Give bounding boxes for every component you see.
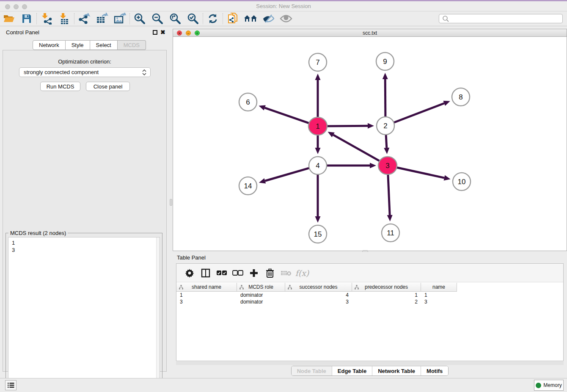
column-label: MCDS role (248, 284, 273, 290)
toolbar-separator (223, 13, 223, 24)
graph-edge-arrowhead (443, 101, 450, 106)
graph-node-label-8: 8 (459, 93, 462, 101)
select-all-button[interactable] (214, 266, 230, 280)
graph-node-label-6: 6 (246, 98, 250, 106)
memory-button[interactable]: Memory (534, 380, 564, 391)
cell-shared-name[interactable]: 1 (176, 292, 237, 298)
network-window-titlebar[interactable]: ✕ − + scc.txt (173, 29, 567, 37)
cell-name[interactable]: 1 (421, 292, 457, 298)
close-panel-button[interactable]: Close panel (86, 82, 130, 91)
graph-edge-1-6[interactable] (265, 108, 310, 124)
column-header-predecessor-nodes[interactable]: predecessor nodes (352, 283, 421, 292)
column-header-shared-name[interactable]: shared name (176, 283, 237, 292)
cell-mcds-role[interactable]: dominator (237, 298, 285, 305)
optimization-criterion-label: Optimization criterion: (3, 58, 166, 65)
import-network-button[interactable] (38, 12, 55, 25)
zoom-in-icon (134, 13, 146, 25)
export-table-button[interactable] (93, 12, 111, 25)
control-panel-header: Control Panel ✖ (0, 26, 169, 38)
application-window: Session: New Session (0, 0, 567, 392)
import-network-icon (41, 13, 52, 25)
tab-motifs[interactable]: Motifs (421, 366, 448, 375)
save-session-button[interactable] (18, 12, 36, 25)
cell-successor-nodes[interactable]: 3 (285, 298, 352, 305)
column-header-mcds-role[interactable]: MCDS role (237, 283, 285, 292)
export-network-button[interactable] (75, 12, 93, 25)
clone-network-button[interactable] (224, 12, 242, 25)
export-image-button[interactable] (111, 12, 129, 25)
delete-table-button[interactable] (278, 266, 294, 280)
graph-edge-2-9[interactable] (385, 79, 385, 118)
function-builder-button[interactable]: f(x) (294, 266, 310, 280)
table-row[interactable]: 1 dominator 4 1 1 (176, 292, 563, 298)
cell-successor-nodes[interactable]: 4 (285, 292, 352, 298)
mcds-result-group: MCDS result (2 nodes) 1 3 (6, 233, 162, 392)
open-session-button[interactable] (0, 12, 18, 25)
close-panel-icon[interactable]: ✖ (160, 30, 165, 35)
graph-edge-1-2[interactable] (326, 126, 368, 126)
network-graph[interactable]: 1234678910111415 (173, 37, 567, 251)
graph-edge-4-14[interactable] (265, 168, 310, 181)
search-input[interactable] (450, 15, 562, 22)
column-header-name[interactable]: name (421, 283, 457, 292)
graph-edge-2-8[interactable] (393, 103, 444, 123)
splitter-grip[interactable] (170, 199, 172, 206)
dropdown-stepper-icon (141, 69, 148, 76)
graph-node-label-7: 7 (316, 58, 319, 66)
cell-predecessor-nodes[interactable]: 1 (352, 292, 421, 298)
export-table-icon (96, 13, 108, 25)
show-panels-button[interactable] (277, 12, 295, 25)
plus-icon (250, 269, 258, 277)
cell-name[interactable]: 3 (421, 298, 457, 305)
search-box[interactable] (439, 14, 563, 23)
result-scrollbar[interactable] (156, 237, 160, 390)
home-layout-button[interactable] (242, 12, 259, 25)
result-item: 1 (12, 239, 156, 246)
graph-edge-2-3[interactable] (386, 134, 387, 148)
graph-edge-3-1[interactable] (333, 135, 381, 162)
control-panel: Control Panel ✖ Network Style Select MCD… (0, 26, 169, 378)
task-history-button[interactable] (5, 380, 17, 390)
refresh-view-button[interactable] (204, 12, 222, 25)
vertical-splitter[interactable] (169, 26, 173, 378)
hide-panels-button[interactable] (259, 12, 277, 25)
trash-icon (266, 268, 274, 278)
tab-select[interactable]: Select (90, 40, 118, 50)
zoom-out-button[interactable] (149, 12, 166, 25)
zoom-selected-button[interactable] (184, 12, 202, 25)
run-mcds-button[interactable]: Run MCDS (40, 82, 80, 91)
tab-node-table[interactable]: Node Table (292, 366, 332, 375)
tree-icon (239, 285, 244, 290)
zoom-in-button[interactable] (131, 12, 149, 25)
refresh-icon (207, 13, 219, 25)
tab-mcds[interactable]: MCDS (118, 40, 146, 50)
table-settings-button[interactable] (182, 266, 198, 280)
mcds-result-list: 1 3 (8, 237, 160, 255)
tab-style[interactable]: Style (66, 40, 90, 50)
cell-predecessor-nodes[interactable]: 2 (352, 298, 421, 305)
graph-edge-arrowhead (315, 216, 321, 223)
add-column-button[interactable] (246, 266, 262, 280)
criterion-dropdown[interactable]: strongly connected component (19, 67, 151, 77)
deselect-all-button[interactable] (230, 266, 246, 280)
tab-network[interactable]: Network (33, 40, 66, 50)
tab-network-table[interactable]: Network Table (372, 366, 421, 375)
column-header-successor-nodes[interactable]: successor nodes (285, 283, 352, 292)
float-panel-icon[interactable] (153, 30, 157, 35)
cell-mcds-role[interactable]: dominator (237, 292, 285, 298)
graph-edge-3-10[interactable] (396, 167, 444, 178)
delete-table-icon (281, 270, 292, 276)
zoom-fit-button[interactable] (166, 12, 184, 25)
table-row[interactable]: 3 dominator 3 2 3 (176, 298, 563, 305)
import-table-button[interactable] (55, 12, 73, 25)
tab-edge-table[interactable]: Edge Table (332, 366, 372, 375)
cell-shared-name[interactable]: 3 (176, 298, 237, 305)
graph-edge-3-11[interactable] (388, 174, 390, 215)
mcds-result-box[interactable]: 1 3 (8, 237, 160, 390)
table-scroll-strip[interactable] (176, 362, 564, 365)
delete-column-button[interactable] (262, 266, 278, 280)
eye-slash-icon (262, 14, 275, 24)
control-panel-title: Control Panel (6, 29, 39, 36)
column-layout-button[interactable] (198, 266, 214, 280)
network-canvas[interactable]: 1234678910111415 (173, 37, 567, 251)
